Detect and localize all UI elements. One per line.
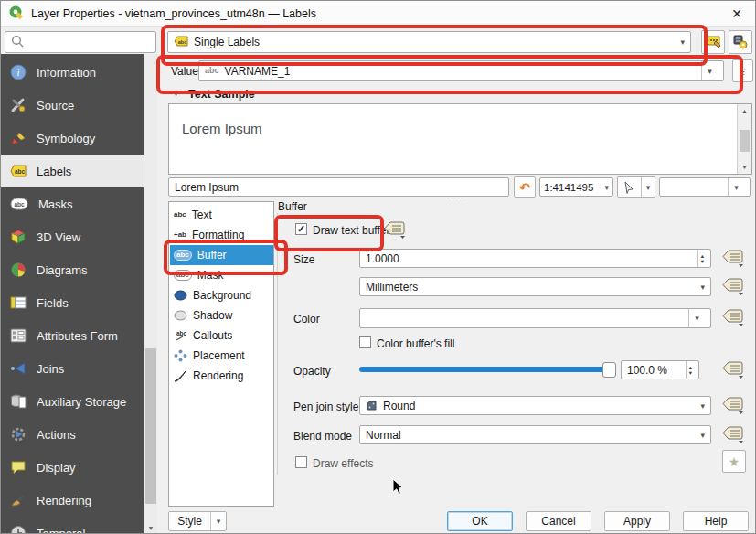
tab-mask[interactable]: abc Mask [170,265,273,285]
draw-text-buffer-label[interactable]: Draw text buffer [313,224,389,237]
mouse-cursor [392,478,405,499]
title-bar: Layer Properties - vietnam_provinces_utm… [1,1,756,27]
epsilon-icon: ε [740,63,746,79]
tab-placement[interactable]: Placement [170,346,273,366]
star-icon: ★ [729,454,740,469]
auxiliary-storage-icon [10,393,27,410]
sidebar-item-temporal[interactable]: Temporal [1,517,144,534]
preview-background-select[interactable]: ▾ [659,177,751,197]
svg-text:abc: abc [178,38,186,44]
buffer-color-button[interactable]: ▾ [359,308,711,328]
qgis-logo-icon [8,5,24,23]
sidebar-scrollbar[interactable]: ▼ [144,54,157,534]
placement-settings-icon [705,35,721,49]
sidebar-item-masks[interactable]: abc Masks [1,187,144,220]
preview-text: Lorem Ipsum [182,121,262,136]
color-buffer-fill-checkbox[interactable] [359,336,371,348]
chevron-down-icon: ▾ [700,431,705,440]
data-defined-override-icon[interactable] [721,425,745,444]
reset-sample-button[interactable]: ↶ [514,176,536,198]
data-defined-override-icon[interactable] [383,220,407,240]
preview-scrollbar[interactable]: ▲ ▼ [737,104,751,174]
color-buffer-fill-label[interactable]: Color buffer's fill [377,337,454,350]
sidebar-item-fields[interactable]: Fields [1,286,144,319]
scroll-down-icon[interactable]: ▼ [144,520,157,534]
labels-mode-select[interactable]: abc Single Labels ▾ [167,31,691,53]
data-defined-override-icon[interactable] [721,360,745,379]
tab-shadow[interactable]: Shadow [170,305,273,326]
tab-text[interactable]: abc Text [170,205,273,225]
sidebar-scroll-thumb[interactable] [145,348,156,504]
sidebar-item-labels[interactable]: abc Labels [1,155,144,187]
size-label: Size [293,253,314,266]
information-icon: i [10,64,27,80]
size-units-select[interactable]: Millimeters ▾ [359,277,711,296]
apply-button[interactable]: Apply [604,511,670,531]
callouts-tab-icon: abc [174,329,187,342]
svg-text:abc: abc [176,330,187,336]
svg-text:abc: abc [14,201,25,208]
labeling-engine-settings-button[interactable] [729,30,752,54]
chevron-down-icon: ▾ [641,177,655,197]
spinner-arrows[interactable]: ▴▾ [686,361,693,379]
style-menu-button[interactable]: Style ▾ [168,511,227,531]
sidebar-item-source[interactable]: Source [1,89,144,122]
preview-scroll-thumb[interactable] [740,130,750,152]
value-field-select[interactable]: abc VARNAME_1 ▾ [198,60,724,81]
chevron-down-icon: ▾ [680,37,685,47]
tab-buffer[interactable]: abc Buffer [170,245,273,265]
preview-scale-select[interactable]: 1:4141495 ▾ [539,177,613,197]
tab-background[interactable]: Background [170,285,273,305]
help-button[interactable]: Help [683,511,749,531]
text-sample-header[interactable]: Text Sample [188,88,255,101]
opacity-slider[interactable] [359,367,608,372]
size-spinbox[interactable]: 1.0000 ▴▾ [359,249,711,268]
blend-mode-select[interactable]: Normal ▾ [359,425,711,444]
tab-formatting[interactable]: +ab Formatting [170,225,273,245]
tab-rendering[interactable]: Rendering [170,366,273,386]
draw-text-buffer-checkbox[interactable]: ✓ [295,223,307,235]
close-icon[interactable]: ✕ [728,5,746,23]
pen-join-style-select[interactable]: Round ▾ [359,396,711,415]
splitter-handle[interactable]: ····· [447,194,463,202]
sidebar-item-diagrams[interactable]: Diagrams [1,253,144,286]
background-tab-icon [174,290,187,301]
sidebar-item-display[interactable]: Display [1,451,144,484]
map-scale-picker-button[interactable]: ▾ [617,176,655,198]
collapse-arrow-icon[interactable]: ▼ [172,89,180,98]
value-label: Value [171,65,198,78]
scroll-down-icon[interactable]: ▼ [738,160,751,174]
data-defined-override-icon[interactable] [721,396,745,415]
effects-customize-button[interactable]: ★ [722,450,746,473]
sample-text-value[interactable]: Lorem Ipsum [175,181,239,194]
cancel-button[interactable]: Cancel [526,511,591,531]
rendering-icon [10,493,27,507]
ok-button[interactable]: OK [447,511,513,531]
data-defined-override-icon[interactable] [721,308,745,327]
data-defined-override-icon[interactable] [721,249,745,268]
source-icon [10,97,27,113]
draw-effects-checkbox[interactable] [295,456,307,468]
scroll-up-icon[interactable]: ▲ [738,104,751,118]
opacity-slider-handle[interactable] [602,362,616,378]
automated-placement-settings-button[interactable] [701,30,725,54]
sidebar: i Information Source Symbology abc Label… [1,54,156,534]
engine-settings-icon [732,34,749,50]
expression-builder-button[interactable]: ε [732,59,753,82]
sidebar-item-joins[interactable]: Joins [1,352,144,385]
draw-effects-label[interactable]: Draw effects [313,457,373,470]
sidebar-item-3d-view[interactable]: 3D View [1,220,144,253]
opacity-spinbox[interactable]: 100.0 % ▴▾ [621,360,699,379]
tab-callouts[interactable]: abc Callouts [170,326,273,346]
sidebar-item-attributes-form[interactable]: Attributes Form [1,319,144,352]
sidebar-item-information[interactable]: i Information [1,56,144,89]
sidebar-item-symbology[interactable]: Symbology [1,122,144,155]
check-icon: ✓ [297,224,305,234]
sidebar-item-auxiliary-storage[interactable]: Auxiliary Storage [1,385,144,418]
data-defined-override-icon[interactable] [721,277,745,296]
spinner-arrows[interactable]: ▴▾ [697,250,705,267]
chevron-down-icon: ▾ [210,512,226,530]
search-input[interactable] [5,31,156,53]
sidebar-item-rendering[interactable]: Rendering [1,484,144,517]
sidebar-item-actions[interactable]: Actions [1,418,144,451]
